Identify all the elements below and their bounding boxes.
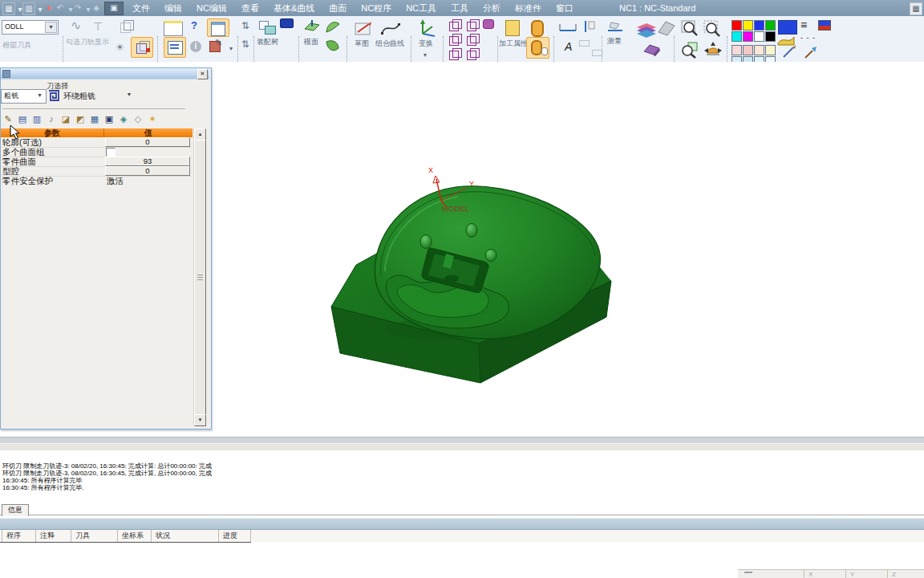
- simulation-icon[interactable]: ◈: [91, 2, 102, 14]
- measure-vertical-icon[interactable]: [582, 19, 595, 34]
- palette-swatch-black[interactable]: [765, 31, 776, 42]
- part-protect-value[interactable]: 激活: [107, 176, 124, 185]
- layered-surface-icon[interactable]: [635, 21, 658, 40]
- tool-holder-icon[interactable]: ⊤: [93, 21, 103, 32]
- paintbrush-icon[interactable]: [802, 45, 820, 61]
- palette-swatch-yellow[interactable]: [743, 20, 753, 31]
- part-surface-value-button[interactable]: 93: [105, 157, 190, 166]
- menu-nc-edit[interactable]: NC编辑: [189, 0, 234, 16]
- panel-stock2-icon[interactable]: ◩: [74, 112, 87, 125]
- solid-blob-icon[interactable]: [483, 19, 494, 29]
- palette-swatch-cyan[interactable]: [732, 31, 742, 42]
- panel-edit-icon[interactable]: ✎: [2, 112, 14, 125]
- tab-info[interactable]: 信息: [2, 504, 29, 516]
- assembly-part2-icon[interactable]: [265, 26, 276, 35]
- menu-surface[interactable]: 曲面: [322, 0, 354, 16]
- zoom-extents-icon[interactable]: [703, 19, 722, 39]
- toolpath-sim-icon[interactable]: ∿: [71, 20, 81, 31]
- surface-icon[interactable]: [324, 18, 342, 35]
- panel-scrollbar[interactable]: ▲ ▼: [193, 128, 206, 425]
- transform-ucs-icon[interactable]: [418, 18, 439, 38]
- brush-stamp-icon[interactable]: [280, 18, 294, 28]
- pattern-dropdown-icon[interactable]: ▾: [128, 91, 131, 98]
- text-tool-icon[interactable]: A: [565, 40, 572, 53]
- level-slider2-icon[interactable]: ⇅: [241, 39, 249, 50]
- layout-icon[interactable]: ▦: [2, 2, 15, 15]
- strategy-dropdown-icon[interactable]: ▾: [34, 91, 45, 100]
- solid-box2-icon[interactable]: [467, 22, 476, 31]
- surface-roll-icon[interactable]: [324, 37, 342, 55]
- col-program[interactable]: 程序: [6, 530, 21, 542]
- line-weight-icon[interactable]: ≡: [800, 18, 808, 31]
- undo-icon[interactable]: ↶: [55, 2, 66, 14]
- edit-stock-dropdown-icon[interactable]: ▾: [229, 43, 233, 55]
- panel-toggle-button[interactable]: [207, 18, 229, 37]
- draft-check-icon[interactable]: [656, 19, 677, 37]
- menu-nc-tools[interactable]: NC工具: [399, 0, 444, 16]
- panel-stock-icon[interactable]: ◪: [59, 112, 72, 125]
- transform-dropdown-icon[interactable]: ▾: [424, 50, 427, 61]
- cavity-value-button[interactable]: 0: [105, 166, 190, 176]
- palette-swatch-green[interactable]: [765, 20, 776, 31]
- palette-swatch-magenta[interactable]: [743, 31, 753, 42]
- eraser-icon[interactable]: [642, 42, 663, 56]
- lightbulb-icon[interactable]: ☀: [116, 42, 124, 53]
- help-icon[interactable]: ?: [188, 19, 201, 32]
- process-list-icon[interactable]: [164, 21, 183, 36]
- shaded-stock-button[interactable]: [131, 37, 153, 58]
- panel-close-button[interactable]: ✕: [197, 69, 208, 79]
- panel-save-icon[interactable]: ▣: [103, 112, 116, 125]
- menu-solid-curve[interactable]: 基体&曲线: [266, 0, 322, 16]
- solid-join-icon[interactable]: [467, 36, 476, 46]
- col-csys[interactable]: 坐标系: [122, 530, 144, 542]
- tool-filter-combo[interactable]: ODLL ▾: [2, 20, 59, 35]
- col-status[interactable]: 状况: [156, 530, 170, 542]
- zoom-selected-icon[interactable]: [680, 40, 699, 59]
- color-table-icon[interactable]: [818, 20, 831, 31]
- strategy-combo[interactable]: 粗铣 ▾: [1, 89, 47, 104]
- col-progress[interactable]: 进度: [223, 530, 237, 542]
- panel-paste-path-icon[interactable]: ▥: [30, 112, 43, 125]
- edit-stock-button[interactable]: ✎: [207, 37, 228, 56]
- panel-note-icon[interactable]: ♪: [45, 112, 58, 125]
- message-log[interactable]: 环切刀 限制走刀轨迹-3: 08/02/20, 16:30:45: 完成计算: …: [0, 450, 924, 503]
- scroll-thumb[interactable]: [194, 140, 206, 415]
- palette-pale-swatch[interactable]: [754, 45, 764, 55]
- solid-box-icon[interactable]: [449, 22, 459, 31]
- measure-distance-icon[interactable]: [558, 21, 578, 34]
- solid-shell-icon[interactable]: [467, 51, 476, 60]
- solid-split-icon[interactable]: [449, 51, 459, 60]
- line-style-icon[interactable]: - - -: [800, 34, 816, 42]
- contour-value-button[interactable]: 0: [105, 137, 190, 147]
- menu-standard-parts[interactable]: 标准件: [508, 0, 549, 16]
- measure-part-icon[interactable]: [606, 21, 624, 34]
- value-header[interactable]: 值: [103, 128, 192, 137]
- menu-tools[interactable]: 工具: [444, 0, 476, 16]
- active-view-icon[interactable]: ▣: [104, 2, 124, 15]
- palette-pale-swatch[interactable]: [765, 45, 776, 55]
- scroll-up-icon[interactable]: ▲: [194, 128, 206, 140]
- menu-view[interactable]: 查看: [234, 0, 266, 16]
- composite-curve-icon[interactable]: [380, 20, 401, 38]
- col-tool[interactable]: 刀具: [75, 530, 90, 542]
- process-manager-button[interactable]: [164, 37, 186, 58]
- pin-icon[interactable]: [531, 20, 544, 37]
- info-icon[interactable]: i: [190, 41, 201, 52]
- current-color-swatch[interactable]: [778, 20, 797, 35]
- scroll-down-icon[interactable]: ▼: [194, 414, 206, 426]
- redo-icon[interactable]: ↷: [72, 2, 83, 14]
- sketch-icon[interactable]: [354, 20, 373, 38]
- pattern-combo[interactable]: 环绕粗铣: [63, 91, 95, 102]
- level-slider-icon[interactable]: ⇅: [241, 20, 249, 31]
- machining-props-icon[interactable]: [505, 20, 520, 36]
- menu-edit[interactable]: 编辑: [157, 0, 189, 16]
- layout2-icon[interactable]: ▥: [22, 2, 35, 15]
- horizontal-splitter[interactable]: [0, 437, 924, 443]
- stock-wireframe-icon[interactable]: [120, 22, 131, 33]
- titlebar-right-icon[interactable]: ▦: [910, 2, 922, 15]
- palette-swatch-white[interactable]: [754, 31, 764, 42]
- palette-pale-swatch[interactable]: [743, 45, 753, 55]
- pan-icon[interactable]: [703, 40, 723, 59]
- menu-file[interactable]: 文件: [125, 0, 157, 16]
- menu-analysis[interactable]: 分析: [476, 0, 508, 16]
